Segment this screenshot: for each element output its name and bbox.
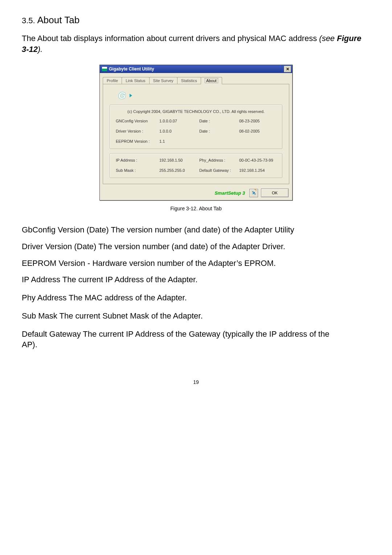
- term: EEPROM Version -: [22, 259, 90, 268]
- desc-eeprom: EEPROM Version - Hardware version number…: [22, 258, 370, 269]
- section-title: About Tab: [37, 15, 80, 25]
- label-date1: Date :: [199, 119, 239, 123]
- value-driver: 1.0.0.0: [159, 129, 199, 133]
- tab-profile[interactable]: Profile: [103, 77, 122, 84]
- label-gnconfig: GNConfig Version: [116, 119, 159, 123]
- body: The current Subnet Mask of the Adapter.: [57, 311, 203, 320]
- body: The MAC address of the Adapter.: [67, 293, 187, 302]
- term: IP Address: [22, 275, 60, 284]
- tab-label: Statistics: [181, 78, 197, 83]
- label-driver: Driver Version :: [116, 129, 159, 133]
- app-icon: [102, 67, 107, 71]
- section-number: 3.5.: [22, 16, 35, 25]
- ok-label: OK: [272, 191, 278, 195]
- body: Hardware version number of the Adapter’s…: [90, 259, 276, 268]
- close-button[interactable]: ✕: [284, 66, 291, 72]
- label-gateway: Default Gateway :: [199, 168, 239, 173]
- term: GbConfig Version (Date): [22, 225, 109, 234]
- section-heading: 3.5. About Tab: [22, 15, 370, 26]
- value-date1: 08-23-2005: [239, 119, 276, 123]
- term: Sub Mask: [22, 311, 57, 320]
- label-ip: IP Address :: [116, 158, 159, 162]
- radar-icon: 🛰: [252, 191, 256, 195]
- value-eeprom: 1.1: [159, 139, 199, 143]
- row-ip: IP Address : 192.168.1.50 Phy_Address : …: [116, 158, 276, 162]
- value-submask: 255.255.255.0: [159, 168, 199, 173]
- value-date2: 08-02-2005: [239, 129, 276, 133]
- body: The current IP Address of the Gateway (t…: [81, 329, 330, 339]
- intro-text: The About tab displays information about…: [22, 34, 319, 43]
- title-bar: Gigabyte Client Utility ✕: [100, 65, 292, 73]
- term: Driver Version (Date): [22, 242, 96, 251]
- group-network: IP Address : 192.168.1.50 Phy_Address : …: [110, 153, 282, 178]
- term: Phy Address: [22, 293, 67, 302]
- tab-statistics[interactable]: Statistics: [177, 77, 201, 84]
- desc-driver: Driver Version (Date) The version number…: [22, 241, 370, 252]
- body: The current IP Address of the Adapter.: [60, 275, 197, 284]
- group-versions: (c) Copyright 2004, GIGABYTE TECHNOLOGY …: [110, 105, 282, 149]
- value-gateway: 192.168.1.254: [239, 168, 276, 173]
- value-ip: 192.168.1.50: [159, 158, 199, 162]
- row-driver: Driver Version : 1.0.0.0 Date : 08-02-20…: [116, 129, 276, 133]
- row-submask: Sub Mask : 255.255.255.0 Default Gateway…: [116, 168, 276, 173]
- figure-caption: Figure 3-12. About Tab: [22, 206, 370, 211]
- body: The version number (and date) of the Ada…: [109, 225, 294, 234]
- tab-strip: Profile Link Status Site Survey Statisti…: [100, 73, 292, 84]
- body-cont: AP).: [22, 340, 37, 349]
- row-eeprom: EEPROM Version : 1.1: [116, 139, 276, 143]
- label-eeprom: EEPROM Version :: [116, 139, 159, 143]
- smartsetup-button[interactable]: 🛰: [249, 189, 258, 197]
- close-icon: ✕: [286, 67, 289, 72]
- value-phy: 00-0C-43-25-73-99: [239, 158, 276, 162]
- term: Default Gateway: [22, 329, 81, 339]
- tab-about[interactable]: About: [201, 77, 222, 84]
- label-submask: Sub Mask :: [116, 168, 159, 173]
- intro-ref-close: ).: [38, 45, 42, 54]
- desc-submask: Sub Mask The current Subnet Mask of the …: [22, 311, 370, 321]
- tab-label: About: [205, 78, 218, 83]
- desc-ip: IP Address The current IP Address of the…: [22, 274, 370, 285]
- intro-ref-open: (see: [319, 34, 337, 43]
- intro-paragraph: The About tab displays information about…: [22, 33, 370, 54]
- smartsetup-label: SmartSetup 3: [215, 190, 245, 196]
- desc-phy: Phy Address The MAC address of the Adapt…: [22, 292, 370, 303]
- desc-gateway: Default Gateway The current IP Address o…: [22, 329, 370, 350]
- page-number: 19: [22, 379, 370, 385]
- bottom-button-bar: SmartSetup 3 🛰 OK: [100, 187, 292, 200]
- tab-link-status[interactable]: Link Status: [122, 77, 149, 84]
- tab-label: Profile: [107, 78, 118, 83]
- dialog-window: Gigabyte Client Utility ✕ Profile Link S…: [99, 65, 293, 200]
- tab-label: Link Status: [126, 78, 145, 83]
- value-gnconfig: 1.0.0.0.07: [159, 119, 199, 123]
- body: The version number (and date) of the Ada…: [96, 242, 285, 251]
- copyright-text: (c) Copyright 2004, GIGABYTE TECHNOLOGY …: [116, 109, 276, 114]
- label-date2: Date :: [199, 129, 239, 133]
- window-title: Gigabyte Client Utility: [109, 66, 154, 72]
- gigabyte-logo-icon: G: [118, 90, 131, 100]
- ok-button[interactable]: OK: [261, 189, 289, 197]
- row-gnconfig: GNConfig Version 1.0.0.0.07 Date : 08-23…: [116, 119, 276, 123]
- label-phy: Phy_Address :: [199, 158, 239, 162]
- desc-gbconfig: GbConfig Version (Date) The version numb…: [22, 224, 370, 235]
- about-panel: G (c) Copyright 2004, GIGABYTE TECHNOLOG…: [103, 84, 289, 184]
- tab-site-survey[interactable]: Site Survey: [149, 77, 177, 84]
- tab-label: Site Survey: [153, 78, 173, 83]
